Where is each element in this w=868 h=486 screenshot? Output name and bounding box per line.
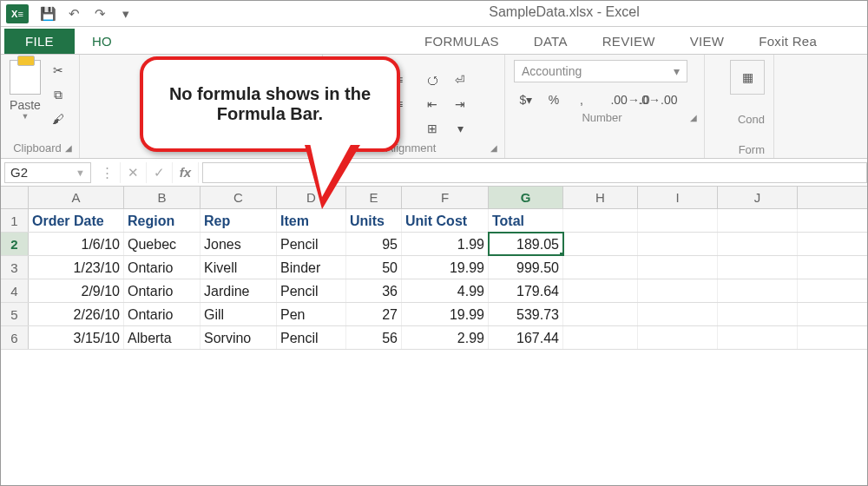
cell[interactable]: Rep bbox=[201, 209, 277, 232]
cell[interactable]: 36 bbox=[346, 279, 402, 302]
name-box[interactable]: G2▼ bbox=[4, 162, 91, 183]
formula-bar[interactable] bbox=[202, 162, 867, 183]
tab-data[interactable]: DATA bbox=[516, 30, 585, 54]
cell[interactable]: Quebec bbox=[124, 233, 201, 255]
row-header[interactable]: 2 bbox=[1, 233, 29, 255]
cell[interactable]: 2/9/10 bbox=[29, 279, 124, 302]
clipboard-dialog-launcher[interactable]: ◢ bbox=[65, 141, 72, 156]
cell[interactable]: Total bbox=[489, 209, 563, 232]
tab-file[interactable]: FILE bbox=[4, 29, 75, 54]
qat-customize[interactable]: ▾ bbox=[115, 3, 136, 24]
cell[interactable]: Jones bbox=[201, 233, 277, 255]
cell[interactable] bbox=[638, 233, 718, 255]
cell[interactable]: Kivell bbox=[201, 256, 277, 279]
comma-button[interactable]: , bbox=[569, 89, 594, 110]
format-painter-icon[interactable]: 🖌 bbox=[46, 108, 70, 129]
conditional-formatting-icon[interactable]: ▦ bbox=[730, 60, 765, 95]
number-format-select[interactable]: Accounting▾ bbox=[514, 60, 687, 82]
select-all-button[interactable] bbox=[1, 187, 29, 208]
cell[interactable]: 1/23/10 bbox=[29, 256, 124, 279]
cell[interactable]: 95 bbox=[346, 233, 402, 255]
alignment-dialog-launcher[interactable]: ◢ bbox=[490, 141, 497, 156]
cell[interactable]: Jardine bbox=[201, 279, 277, 302]
cell[interactable] bbox=[563, 256, 638, 279]
cell[interactable]: 3/15/10 bbox=[29, 326, 124, 349]
cell[interactable] bbox=[563, 326, 638, 349]
merge-menu[interactable]: ▾ bbox=[448, 118, 472, 139]
col-header-G[interactable]: G bbox=[489, 187, 563, 208]
cell[interactable]: Alberta bbox=[124, 326, 201, 349]
orientation-icon[interactable]: ⭯ bbox=[420, 69, 444, 90]
row-header[interactable]: 6 bbox=[1, 326, 29, 349]
cell[interactable]: 999.50 bbox=[489, 256, 563, 279]
paste-icon[interactable] bbox=[10, 60, 41, 95]
cell[interactable]: Pencil bbox=[277, 279, 346, 302]
cell[interactable] bbox=[718, 326, 798, 349]
cell[interactable]: Sorvino bbox=[201, 326, 277, 349]
cell[interactable]: Ontario bbox=[124, 256, 201, 279]
cell[interactable]: Order Date bbox=[29, 209, 124, 232]
col-header-A[interactable]: A bbox=[29, 187, 124, 208]
col-header-C[interactable]: C bbox=[201, 187, 277, 208]
cell[interactable] bbox=[638, 256, 718, 279]
active-cell[interactable]: 189.05 bbox=[489, 233, 563, 255]
cell[interactable] bbox=[718, 233, 798, 255]
decrease-decimal-icon[interactable]: .0→.00 bbox=[646, 89, 670, 110]
cell[interactable]: Unit Cost bbox=[402, 209, 489, 232]
undo-icon[interactable]: ↶ bbox=[63, 3, 84, 24]
cell[interactable]: Pencil bbox=[277, 326, 346, 349]
cell[interactable] bbox=[718, 256, 798, 279]
cell[interactable]: 2.99 bbox=[402, 326, 489, 349]
number-dialog-launcher[interactable]: ◢ bbox=[690, 110, 697, 126]
cell[interactable] bbox=[718, 209, 798, 232]
cell[interactable]: 179.64 bbox=[489, 279, 563, 302]
cell[interactable]: Binder bbox=[277, 256, 346, 279]
cell[interactable]: Pencil bbox=[277, 233, 346, 255]
cell[interactable]: Units bbox=[346, 209, 402, 232]
enter-icon[interactable]: ✓ bbox=[147, 162, 173, 183]
col-header-F[interactable]: F bbox=[402, 187, 489, 208]
tab-home[interactable]: HO bbox=[75, 30, 129, 54]
row-header[interactable]: 3 bbox=[1, 256, 29, 279]
cell[interactable]: 50 bbox=[346, 256, 402, 279]
col-header-I[interactable]: I bbox=[638, 187, 718, 208]
cell[interactable]: 19.99 bbox=[402, 256, 489, 279]
tab-foxit[interactable]: Foxit Rea bbox=[741, 30, 834, 54]
cell[interactable]: Pen bbox=[277, 303, 346, 325]
currency-button[interactable]: $ ▾ bbox=[514, 89, 538, 110]
decrease-indent-icon[interactable]: ⇤ bbox=[420, 94, 444, 115]
cell[interactable] bbox=[563, 279, 638, 302]
row-header[interactable]: 1 bbox=[1, 209, 29, 232]
cell[interactable] bbox=[718, 279, 798, 302]
cell[interactable]: 27 bbox=[346, 303, 402, 325]
increase-indent-icon[interactable]: ⇥ bbox=[448, 94, 472, 115]
merge-icon[interactable]: ⊞ bbox=[420, 118, 444, 139]
cell[interactable]: 1/6/10 bbox=[29, 233, 124, 255]
cell[interactable] bbox=[563, 303, 638, 325]
save-icon[interactable]: 💾 bbox=[37, 3, 58, 24]
copy-icon[interactable]: ⧉ bbox=[46, 84, 70, 105]
cell[interactable] bbox=[563, 233, 638, 255]
tab-view[interactable]: VIEW bbox=[673, 30, 742, 54]
col-header-B[interactable]: B bbox=[124, 187, 201, 208]
cell[interactable]: Item bbox=[277, 209, 346, 232]
row-header[interactable]: 4 bbox=[1, 279, 29, 302]
cell[interactable]: Region bbox=[124, 209, 201, 232]
percent-button[interactable]: % bbox=[542, 89, 566, 110]
cell[interactable]: 167.44 bbox=[489, 326, 563, 349]
cell[interactable] bbox=[638, 303, 718, 325]
cell[interactable]: 2/26/10 bbox=[29, 303, 124, 325]
cell[interactable] bbox=[563, 209, 638, 232]
wrap-text-icon[interactable]: ⏎ bbox=[448, 69, 472, 90]
redo-icon[interactable]: ↷ bbox=[89, 3, 110, 24]
row-header[interactable]: 5 bbox=[1, 303, 29, 325]
paste-button[interactable]: Paste bbox=[10, 98, 41, 112]
fx-icon[interactable]: fx bbox=[173, 162, 199, 183]
cell[interactable]: Gill bbox=[201, 303, 277, 325]
cut-icon[interactable]: ✂ bbox=[46, 60, 70, 81]
cell[interactable] bbox=[638, 279, 718, 302]
cell[interactable]: 4.99 bbox=[402, 279, 489, 302]
cell[interactable]: 56 bbox=[346, 326, 402, 349]
cell[interactable] bbox=[638, 209, 718, 232]
cell[interactable]: 539.73 bbox=[489, 303, 563, 325]
